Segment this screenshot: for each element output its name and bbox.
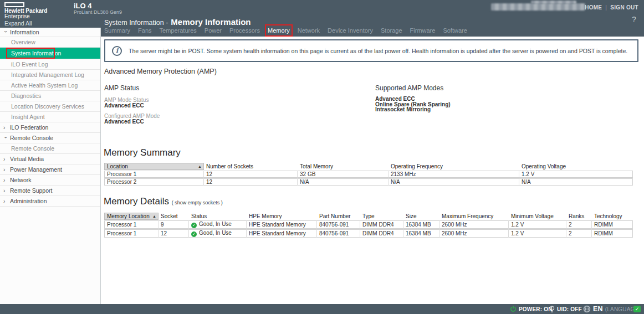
sidebar-section-administration[interactable]: › Administration: [0, 196, 100, 207]
sidebar-item-label: Remote Support: [10, 187, 52, 194]
home-link[interactable]: HOME: [585, 4, 602, 11]
power-label: POWER: ON: [519, 306, 553, 312]
sidebar-item-label: iLO Federation: [10, 124, 48, 131]
show-empty-sockets-link[interactable]: ( show empty sockets ): [172, 200, 223, 205]
sidebar-section-remote-support[interactable]: › Remote Support: [0, 186, 100, 196]
chevron-right-icon: ›: [3, 154, 8, 164]
tab-storage[interactable]: Storage: [381, 27, 402, 34]
column-header-status[interactable]: Status: [189, 213, 247, 220]
column-header-number-of-sockets[interactable]: Number of Sockets: [204, 163, 298, 170]
tab-power[interactable]: Power: [205, 27, 222, 34]
sidebar-item-ilo-event-log[interactable]: iLO Event Log: [0, 59, 100, 70]
language-selector[interactable]: EN(LANGUAGE): [583, 304, 641, 314]
column-header-maximum-frequency[interactable]: Maximum Frequency: [439, 213, 509, 220]
chevron-right-icon: ›: [3, 164, 8, 175]
health-check-icon[interactable]: ✓: [633, 306, 641, 312]
tab-software[interactable]: Software: [443, 27, 467, 34]
column-header-location[interactable]: Location▲: [104, 163, 204, 170]
configured-amp-mode-value: Advanced ECC: [104, 119, 144, 125]
sidebar-section-power-management[interactable]: › Power Management: [0, 164, 100, 175]
chevron-down-icon: ›: [1, 31, 11, 35]
column-header-part-number[interactable]: Part Number: [317, 213, 360, 220]
sidebar-item-label: Integrated Management Log: [11, 71, 84, 78]
column-header-ranks[interactable]: Ranks: [566, 213, 592, 220]
product-block: iLO 4 ProLiant DL380 Gen9: [74, 2, 122, 16]
column-header-socket[interactable]: Socket: [159, 213, 189, 220]
column-header-hpe-memory[interactable]: HPE Memory: [247, 213, 317, 220]
table-header-row: Memory Location▲ Socket Status HPE Memor…: [104, 213, 633, 220]
globe-icon: [583, 305, 591, 313]
table-row: Processor 2 12 N/A N/A N/A: [104, 178, 633, 186]
link-divider: |: [605, 4, 607, 11]
memory-details-table: Memory Location▲ Socket Status HPE Memor…: [104, 212, 633, 238]
cell-size: 16384 MB: [403, 229, 439, 238]
product-name: iLO 4: [74, 2, 122, 9]
sidebar-item-label: Remote Console: [10, 135, 53, 141]
sidebar-section-ilo-federation[interactable]: › iLO Federation: [0, 122, 100, 133]
sidebar-item-integrated-management-log[interactable]: Integrated Management Log: [0, 70, 100, 80]
sidebar-item-diagnostics[interactable]: Diagnostics: [0, 91, 100, 101]
sidebar-item-label: Virtual Media: [10, 156, 44, 162]
supported-amp-modes-list: Advanced ECC Online Spare (Rank Sparing)…: [375, 96, 451, 112]
cell-socket: 9: [159, 220, 189, 229]
page-title: System Information - Memory Information: [104, 17, 251, 27]
sidebar-item-label: iLO Event Log: [11, 61, 48, 68]
sidebar-item-overview[interactable]: Overview: [0, 37, 100, 48]
uid-status[interactable]: UID: OFF: [549, 304, 582, 314]
table-row: Processor 1 12 32 GB 2133 MHz 1.2 V: [104, 171, 633, 178]
cell-technology: RDIMM: [592, 220, 633, 229]
cell-total-memory: N/A: [298, 178, 389, 186]
tab-firmware[interactable]: Firmware: [410, 27, 436, 34]
logo-line2: Enterprise: [4, 14, 47, 19]
sidebar-item-label: Information: [10, 29, 39, 35]
sidebar-section-virtual-media[interactable]: › Virtual Media: [0, 154, 100, 164]
column-header-operating-frequency[interactable]: Operating Frequency: [389, 163, 519, 170]
cell-sockets: 12: [204, 178, 298, 186]
cell-ranks: 2: [566, 229, 592, 238]
cell-technology: RDIMM: [592, 229, 633, 238]
sort-asc-icon: ▲: [152, 213, 156, 219]
help-icon[interactable]: ?: [632, 15, 636, 24]
sidebar-item-insight-agent[interactable]: Insight Agent: [0, 112, 100, 122]
column-header-memory-location[interactable]: Memory Location▲: [104, 213, 159, 220]
hpe-logo[interactable]: Hewlett Packard Enterprise: [4, 2, 47, 19]
tab-temperatures[interactable]: Temperatures: [160, 27, 197, 34]
power-status[interactable]: POWER: ON: [510, 304, 553, 314]
sidebar-item-remote-console[interactable]: Remote Console: [0, 143, 100, 154]
status-bar: POWER: ON UID: OFF EN(LANGUAGE) ✓: [0, 304, 644, 314]
status-ok-icon: ✓: [191, 223, 197, 228]
tab-network[interactable]: Network: [298, 27, 320, 34]
column-header-total-memory[interactable]: Total Memory: [298, 163, 389, 170]
sidebar-section-remote-console[interactable]: › Remote Console: [0, 133, 100, 143]
tab-bar: Summary Fans Temperatures Power Processo…: [104, 27, 467, 34]
sidebar-item-active-health-system-log[interactable]: Active Health System Log: [0, 80, 100, 91]
cell-ranks: 2: [566, 220, 592, 229]
sidebar-section-network[interactable]: › Network: [0, 175, 100, 186]
column-header-technology[interactable]: Technology: [592, 213, 633, 220]
sidebar-section-information[interactable]: › Information: [0, 28, 100, 37]
column-header-size[interactable]: Size: [403, 213, 439, 220]
ilo-memory-information-page: Hewlett Packard Enterprise iLO 4 ProLian…: [0, 0, 644, 314]
column-header-minimum-voltage[interactable]: Minimum Voltage: [509, 213, 566, 220]
cell-location: Processor 1: [104, 171, 204, 178]
tab-memory[interactable]: Memory: [268, 27, 290, 34]
chevron-down-icon: ›: [1, 137, 11, 141]
cell-location: Processor 2: [104, 178, 204, 186]
hpe-element-icon: [4, 2, 24, 7]
tab-processors[interactable]: Processors: [229, 27, 260, 34]
table-row: Processor 1 9 ✓Good, In Use HPE Standard…: [104, 220, 633, 229]
column-header-operating-voltage[interactable]: Operating Voltage: [519, 163, 633, 170]
expand-all-link[interactable]: Expand All: [4, 20, 32, 27]
sidebar-item-label: Remote Console: [11, 145, 54, 152]
sidebar-item-label: Insight Agent: [11, 114, 45, 120]
column-header-type[interactable]: Type: [360, 213, 403, 220]
sign-out-link[interactable]: SIGN OUT: [610, 4, 638, 11]
tab-summary[interactable]: Summary: [104, 27, 130, 34]
tab-device-inventory[interactable]: Device Inventory: [328, 27, 373, 34]
tab-fans[interactable]: Fans: [138, 27, 151, 34]
sidebar-item-system-information[interactable]: System Information: [0, 48, 100, 59]
table-row: Processor 1 12 ✓Good, In Use HPE Standar…: [104, 229, 633, 238]
cell-hpe-memory: HPE Standard Memory: [247, 229, 317, 238]
sidebar-item-location-discovery-services[interactable]: Location Discovery Services: [0, 101, 100, 112]
cell-part-number: 840756-091: [317, 229, 360, 238]
